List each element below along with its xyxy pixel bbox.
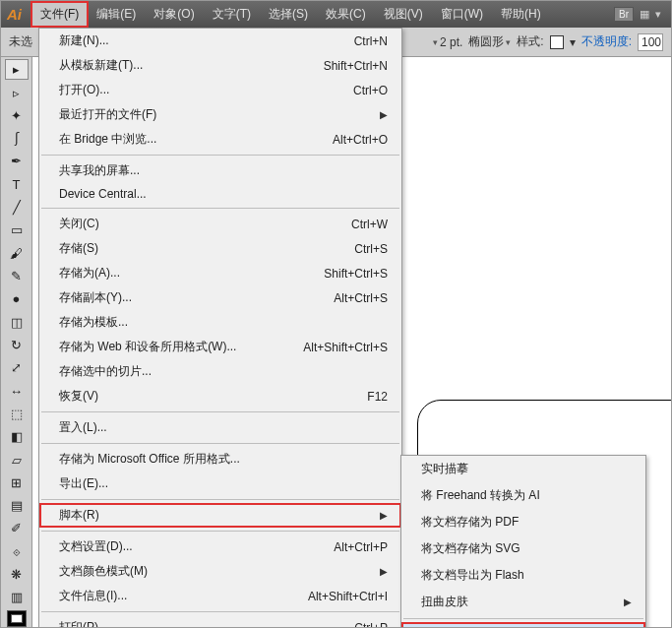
menu-item[interactable]: 文档颜色模式(M)▶ — [39, 559, 401, 584]
bridge-button[interactable]: Br — [614, 7, 634, 22]
menu-item-label: 最近打开的文件(F) — [59, 106, 156, 123]
menu-item[interactable]: 导出(E)... — [39, 471, 401, 496]
paintbrush-tool[interactable]: 🖌 — [5, 243, 29, 264]
lasso-tool[interactable]: ʃ — [5, 128, 29, 149]
rectangle-tool[interactable]: ▭ — [5, 220, 29, 240]
menu-item-label: 将 Freehand 转换为 AI — [421, 487, 540, 504]
menu-item[interactable]: 关闭(C)Ctrl+W — [39, 212, 401, 236]
type-tool[interactable]: T — [5, 174, 29, 195]
workspace-dropdown-icon[interactable]: ▾ — [655, 8, 661, 21]
menu-item-label: 存储为 Microsoft Office 所用格式... — [59, 451, 240, 468]
menu-item-shortcut: Alt+Shift+Ctrl+I — [308, 590, 388, 603]
menu-item-label: 共享我的屏幕... — [59, 162, 140, 179]
menu-item[interactable]: 新建(N)...Ctrl+N — [39, 29, 401, 53]
menu-item-shortcut: Alt+Ctrl+S — [334, 291, 388, 305]
menu-separator — [41, 531, 399, 532]
shape-builder-tool[interactable]: ◧ — [5, 426, 29, 447]
menu-item[interactable]: 共享我的屏幕... — [39, 158, 401, 183]
menu-item[interactable]: 在 Bridge 中浏览...Alt+Ctrl+O — [39, 127, 401, 152]
app-logo: Ai — [7, 6, 22, 23]
menu-item[interactable]: 将文档存储为 PDF — [401, 509, 645, 535]
scale-tool[interactable]: ⤢ — [5, 357, 29, 378]
menu-item[interactable]: 将文档导出为 Flash — [401, 562, 645, 589]
menu-item-shortcut: Shift+Ctrl+S — [324, 267, 388, 281]
style-swatch[interactable] — [550, 35, 564, 49]
menu-item-label: 从模板新建(T)... — [59, 57, 143, 74]
eraser-tool[interactable]: ◫ — [5, 312, 29, 333]
magic-wand-tool[interactable]: ✦ — [5, 105, 29, 126]
menu-item[interactable]: 其它脚本...Ctrl+F12 — [401, 622, 645, 628]
symbol-sprayer-tool[interactable]: ❋ — [5, 564, 29, 585]
app-topbar: Ai 文件(F)编辑(E)对象(O)文字(T)选择(S)效果(C)视图(V)窗口… — [1, 1, 671, 28]
script-submenu: 实时描摹将 Freehand 转换为 AI将文档存储为 PDF将文档存储为 SV… — [400, 455, 646, 628]
eyedropper-tool[interactable]: ✐ — [5, 518, 29, 538]
menu-视图[interactable]: 视图(V) — [375, 2, 432, 27]
menu-separator — [41, 499, 399, 500]
stroke-weight-selector[interactable]: ▾ 2 pt. — [433, 35, 462, 49]
direct-select-tool[interactable]: ▹ — [5, 82, 29, 102]
menu-item-shortcut: Alt+Ctrl+O — [333, 133, 388, 147]
menu-item[interactable]: 存储为 Microsoft Office 所用格式... — [39, 447, 401, 471]
perspective-tool[interactable]: ▱ — [5, 449, 29, 470]
menu-item[interactable]: 打开(O)...Ctrl+O — [39, 78, 401, 102]
menu-item[interactable]: 存储选中的切片... — [39, 359, 401, 384]
menu-item-label: 文档颜色模式(M) — [59, 563, 148, 580]
mesh-tool[interactable]: ⊞ — [5, 472, 29, 493]
menu-item[interactable]: 将文档存储为 SVG — [401, 535, 645, 562]
menu-item[interactable]: Device Central... — [39, 183, 401, 205]
menu-item[interactable]: 将 Freehand 转换为 AI — [401, 482, 645, 509]
menu-item[interactable]: 恢复(V)F12 — [39, 384, 401, 408]
chevron-down-icon: ▾ — [506, 37, 511, 47]
menu-item[interactable]: 存储(S)Ctrl+S — [39, 236, 401, 261]
selection-tool[interactable]: ▸ — [5, 59, 29, 80]
menu-item-label: 脚本(R) — [59, 507, 99, 524]
menu-item[interactable]: 文档设置(D)...Alt+Ctrl+P — [39, 534, 401, 559]
menu-帮助[interactable]: 帮助(H) — [492, 2, 550, 27]
menu-item[interactable]: 从模板新建(T)...Shift+Ctrl+N — [39, 53, 401, 78]
submenu-arrow-icon: ▶ — [380, 109, 388, 120]
submenu-arrow-icon: ▶ — [624, 597, 632, 607]
menu-item[interactable]: 实时描摹 — [401, 456, 645, 482]
width-tool[interactable]: ↔ — [5, 380, 29, 401]
menu-选择[interactable]: 选择(S) — [260, 2, 317, 27]
chevron-down-icon: ▾ — [570, 35, 576, 49]
menu-item[interactable]: 存储为(A)...Shift+Ctrl+S — [39, 261, 401, 285]
layout-grid-icon[interactable]: ▦ — [640, 8, 649, 21]
topbar-right: Br ▦ ▾ — [614, 7, 671, 22]
opacity-input[interactable]: 100 — [638, 33, 663, 51]
free-transform-tool[interactable]: ⬚ — [5, 404, 29, 424]
brush-selector[interactable]: 椭圆形 ▾ — [468, 33, 511, 50]
pen-tool[interactable]: ✒ — [5, 151, 29, 171]
menu-窗口[interactable]: 窗口(W) — [432, 2, 492, 27]
menu-item-label: 文档设置(D)... — [59, 538, 133, 555]
blob-brush-tool[interactable]: ● — [5, 288, 29, 309]
menu-item[interactable]: 最近打开的文件(F)▶ — [39, 102, 401, 127]
menu-item[interactable]: 存储副本(Y)...Alt+Ctrl+S — [39, 285, 401, 310]
menu-item-label: 存储选中的切片... — [59, 363, 152, 380]
rotate-tool[interactable]: ↻ — [5, 335, 29, 355]
menu-item[interactable]: 打印(P)...Ctrl+P — [39, 615, 401, 628]
pencil-tool[interactable]: ✎ — [5, 266, 29, 286]
menu-效果[interactable]: 效果(C) — [317, 2, 375, 27]
menu-item[interactable]: 脚本(R)▶ — [39, 503, 401, 528]
style-label: 样式: — [517, 33, 543, 50]
gradient-tool[interactable]: ▤ — [5, 495, 29, 516]
menu-item[interactable]: 置入(L)... — [39, 415, 401, 440]
blend-tool[interactable]: ⟐ — [5, 541, 29, 562]
menu-item[interactable]: 存储为 Web 和设备所用格式(W)...Alt+Shift+Ctrl+S — [39, 335, 401, 359]
menu-item[interactable]: 扭曲皮肤▶ — [401, 589, 645, 615]
menu-编辑[interactable]: 编辑(E) — [88, 2, 145, 27]
menubar: 文件(F)编辑(E)对象(O)文字(T)选择(S)效果(C)视图(V)窗口(W)… — [31, 2, 550, 27]
column-graph-tool[interactable]: ▥ — [5, 587, 29, 607]
menu-separator — [41, 155, 399, 156]
menu-文字[interactable]: 文字(T) — [204, 2, 260, 27]
menu-item[interactable]: 文件信息(I)...Alt+Shift+Ctrl+I — [39, 584, 401, 608]
menu-对象[interactable]: 对象(O) — [145, 2, 203, 27]
menu-item-label: 存储副本(Y)... — [59, 289, 132, 306]
menu-item-label: 将文档存储为 SVG — [421, 540, 520, 557]
fill-stroke-swatch[interactable] — [7, 610, 27, 628]
line-tool[interactable]: ╱ — [5, 197, 29, 218]
menu-文件[interactable]: 文件(F) — [31, 2, 88, 27]
menu-item-label: 实时描摹 — [421, 461, 468, 477]
menu-item[interactable]: 存储为模板... — [39, 310, 401, 335]
